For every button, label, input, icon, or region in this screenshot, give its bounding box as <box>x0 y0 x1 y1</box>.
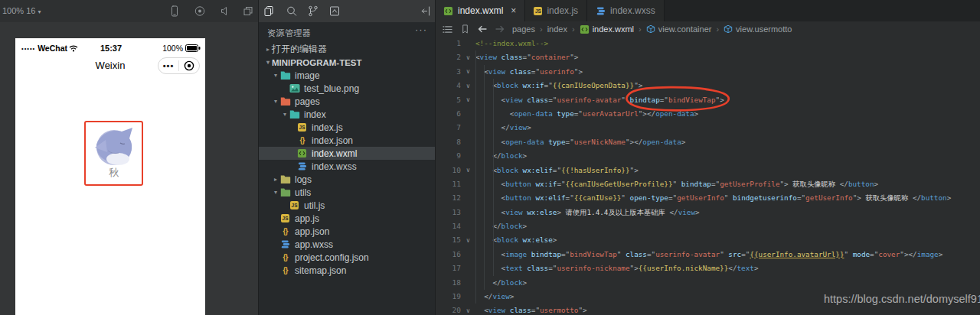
token: type <box>553 109 574 118</box>
fold-chevron-icon[interactable]: ∨ <box>461 307 475 314</box>
line-number: 20 <box>435 304 461 315</box>
arrow-right-icon[interactable] <box>495 24 505 34</box>
token: </ <box>634 138 642 146</box>
exit-target-icon[interactable] <box>179 60 199 71</box>
fold-chevron-icon[interactable]: ∨ <box>461 237 475 244</box>
token: getUserProfile <box>720 180 779 188</box>
chevron-down-icon[interactable]: ▾ <box>272 72 279 79</box>
tab-index.wxml[interactable]: index.wxml× <box>435 0 525 21</box>
more-menu-icon[interactable]: ••• <box>158 62 178 70</box>
token: > <box>947 193 952 202</box>
code-text[interactable]: <view class="usermotto"> <box>475 304 587 315</box>
code-text[interactable]: <button wx:elif="{{canIUse}}" open-type=… <box>475 191 951 205</box>
tree-item-index.json[interactable]: {}index.json <box>258 134 435 147</box>
breadcrumb-label: pages <box>512 24 535 34</box>
code-text[interactable]: <text class="userinfo-nickname">{{userIn… <box>475 261 759 275</box>
chevron-down-icon[interactable]: ▾ <box>272 98 279 105</box>
file-tree: ▸打开的编辑器▾MINIPROGRAM-TEST▾imagetest_blue.… <box>258 43 435 277</box>
tree-item-project.config.json[interactable]: {}project.config.json <box>258 251 435 264</box>
tab-index.js[interactable]: JSindex.js <box>525 0 587 21</box>
search-icon[interactable] <box>286 5 299 18</box>
code-text[interactable]: <open-data type="userNickName"></open-da… <box>475 135 685 149</box>
tree-item-pages[interactable]: ▾pages <box>258 95 435 108</box>
code-line-11: 11 <button wx:if="{{canIUseGetUserProfil… <box>435 177 980 191</box>
fold-chevron-icon[interactable]: ∨ <box>461 68 475 75</box>
box-icon[interactable] <box>328 5 341 18</box>
tree-item-sitemap.json[interactable]: {}sitemap.json <box>258 264 435 277</box>
code-text[interactable]: <!--index.wxml--> <box>475 37 548 50</box>
collapse-icon[interactable] <box>420 5 433 18</box>
fold-chevron-icon[interactable]: ∨ <box>461 83 475 89</box>
tree-item-logs[interactable]: ▸logs <box>258 173 435 186</box>
tree-item-index.js[interactable]: JSindex.js <box>258 121 435 134</box>
token: cover <box>878 250 900 258</box>
tree-item-app.js[interactable]: JSapp.js <box>258 212 435 225</box>
tree-item-app.json[interactable]: {}app.json <box>258 225 435 238</box>
breadcrumb-item-view.usermotto[interactable]: view.usermotto <box>724 24 792 34</box>
tree-item-index.wxml[interactable]: index.wxml <box>258 147 435 160</box>
files-icon[interactable] <box>263 5 276 18</box>
token <box>475 123 501 132</box>
token: =" <box>741 250 750 258</box>
code-text[interactable]: <image bindtap="bindViewTap" class="user… <box>475 248 942 261</box>
chevron-down-icon[interactable]: ▾ <box>281 111 289 118</box>
code-text[interactable]: <view class="container"> <box>475 50 578 64</box>
tree-item-app.wxss[interactable]: app.wxss <box>258 238 435 251</box>
arrow-left-icon[interactable] <box>477 24 488 34</box>
code-text[interactable]: </view> <box>475 290 514 304</box>
tree-item-utils[interactable]: ▾utils <box>258 186 435 199</box>
tree-item-test_blue.png[interactable]: test_blue.png <box>258 82 435 95</box>
red-circle-annotation <box>620 86 735 113</box>
breadcrumb-item-view.container[interactable]: view.container <box>646 24 712 34</box>
chevron-down-icon[interactable]: ▾ <box>264 59 272 66</box>
js-icon: JS <box>534 7 542 15</box>
tree-item-image[interactable]: ▾image <box>258 69 435 82</box>
token: =" <box>548 264 557 272</box>
tab-index.wxss[interactable]: index.wxss <box>587 0 665 21</box>
more-actions-icon[interactable]: ··· <box>415 24 427 35</box>
panel-divider[interactable] <box>258 0 259 315</box>
token: class <box>621 250 647 258</box>
chevron-right-icon[interactable]: ▸ <box>264 46 272 53</box>
token: > <box>510 292 514 300</box>
git-branch-icon[interactable] <box>307 5 320 18</box>
tree-item-MINIPROGRAM-TEST[interactable]: ▾MINIPROGRAM-TEST <box>258 56 435 69</box>
bookmark-icon[interactable] <box>460 24 470 34</box>
phone-icon[interactable] <box>168 5 181 18</box>
tree-item-index.wxss[interactable]: index.wxss <box>258 160 435 173</box>
phone-status-bar: ••••• WeChat 15:37 100% <box>21 43 201 54</box>
capsule-button[interactable]: ••• <box>158 57 200 74</box>
breadcrumb-item-index.wxml[interactable]: index.wxml <box>580 24 634 34</box>
tree-item-打开的编辑器[interactable]: ▸打开的编辑器 <box>258 43 435 56</box>
breadcrumb-item-pages[interactable]: pages <box>512 24 535 34</box>
list-icon[interactable] <box>442 24 453 34</box>
tree-item-label: project.config.json <box>295 252 369 263</box>
token: wx:elif <box>531 193 566 202</box>
tree-item-util.js[interactable]: JSutil.js <box>258 199 435 212</box>
simulator-zoom-control[interactable]: 100% 16 ▾ <box>2 6 41 15</box>
panel-divider[interactable] <box>435 0 436 315</box>
user-avatar[interactable] <box>93 125 136 167</box>
chevron-down-icon[interactable]: ▾ <box>272 189 279 196</box>
folder-icon <box>279 70 291 81</box>
sound-icon[interactable] <box>219 5 232 18</box>
breadcrumb-item-index[interactable]: index <box>547 24 567 34</box>
tree-item-label: app.json <box>295 226 329 237</box>
code-text[interactable]: <view wx:else> 请使用1.4.4及以上版本基础库 </view> <box>475 206 700 219</box>
code-text[interactable]: <view class="userinfo"> <box>475 65 583 79</box>
code-text[interactable]: <button wx:if="{{canIUseGetUserProfile}}… <box>475 177 878 191</box>
fold-chevron-icon[interactable]: ∨ <box>461 54 475 61</box>
windows-icon[interactable] <box>242 5 255 18</box>
code-text[interactable]: <block wx:elif="{{!hasUserInfo}}"> <box>475 164 639 177</box>
token: {{userInfo.nickName}} <box>639 264 729 272</box>
fold-chevron-icon[interactable]: ∨ <box>461 167 475 174</box>
token: 获取头像昵称 <box>861 193 913 202</box>
code-text[interactable]: <block wx:if="{{canIUseOpenData}}"> <box>475 79 642 93</box>
line-number: 4 <box>435 79 461 93</box>
fold-chevron-icon[interactable]: ∨ <box>461 96 475 103</box>
close-icon[interactable]: × <box>511 5 516 16</box>
code-text[interactable]: <block wx:else> <box>475 233 557 247</box>
tree-item-index[interactable]: ▾index <box>258 108 435 121</box>
record-icon[interactable] <box>194 5 207 18</box>
chevron-right-icon[interactable]: ▸ <box>272 176 279 183</box>
